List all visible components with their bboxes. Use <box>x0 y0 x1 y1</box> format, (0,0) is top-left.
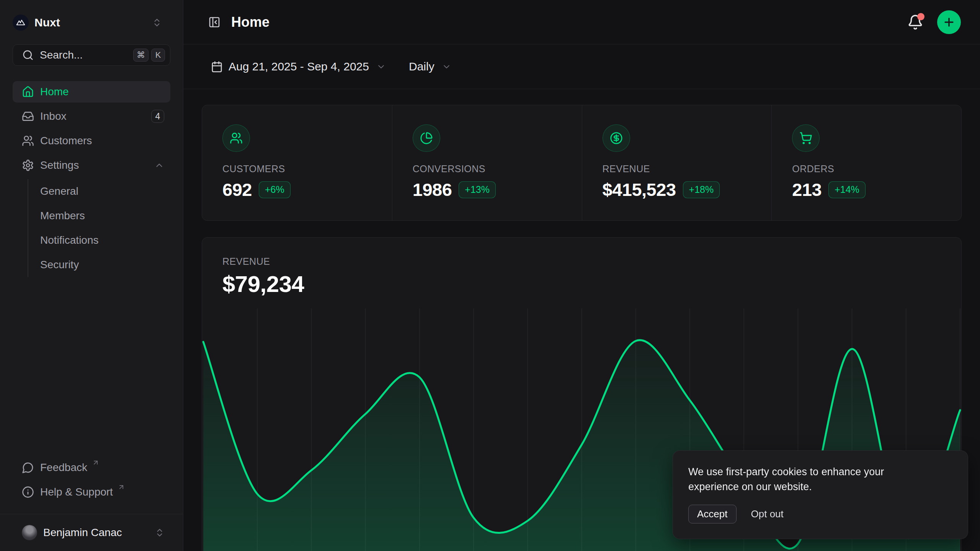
dollar-circle-icon <box>603 124 630 152</box>
external-link-icon <box>118 483 125 491</box>
sidebar-item-label: Customers <box>40 135 92 147</box>
inbox-icon <box>22 110 34 122</box>
user-name: Benjamin Canac <box>43 527 122 539</box>
settings-submenu: General Members Notifications Security <box>28 179 170 277</box>
search-icon <box>22 49 34 61</box>
cookie-banner: We use first-party cookies to enhance yo… <box>673 451 968 539</box>
sidebar-item-notifications[interactable]: Notifications <box>40 228 170 253</box>
stat-value: $415,523 <box>603 179 676 200</box>
sidebar-item-customers[interactable]: Customers <box>13 130 170 152</box>
pie-chart-icon <box>413 124 440 152</box>
page-header: Home <box>183 0 980 44</box>
sidebar-item-security[interactable]: Security <box>40 253 170 277</box>
info-icon <box>22 486 34 498</box>
granularity-value: Daily <box>409 60 434 73</box>
add-button[interactable] <box>937 10 961 34</box>
sidebar-item-label: Settings <box>40 159 79 171</box>
revenue-chart-total: $79,234 <box>222 271 961 297</box>
stat-label: CUSTOMERS <box>222 163 392 174</box>
search-input[interactable]: Search... ⌘ K <box>13 44 170 66</box>
nuxt-logo-icon <box>13 15 29 31</box>
filters-toolbar: Aug 21, 2025 - Sep 4, 2025 Daily <box>183 44 980 89</box>
plus-icon <box>942 16 956 29</box>
stat-delta-badge: +6% <box>259 181 291 198</box>
kbd-cmd: ⌘ <box>133 49 149 62</box>
kbd-k: K <box>151 49 165 62</box>
stat-label: CONVERSIONS <box>413 163 582 174</box>
users-icon <box>22 135 34 147</box>
cookie-accept-button[interactable]: Accept <box>688 505 737 523</box>
feedback-link[interactable]: Feedback <box>13 457 170 478</box>
stat-delta-badge: +13% <box>459 181 496 198</box>
chevrons-up-down-icon <box>152 18 162 28</box>
sidebar-item-label: Inbox <box>40 110 67 122</box>
sidebar-item-home[interactable]: Home <box>13 81 170 103</box>
sidebar-item-inbox[interactable]: Inbox 4 <box>13 106 170 127</box>
search-placeholder: Search... <box>40 49 83 61</box>
chevron-down-icon <box>376 62 386 72</box>
sidebar-item-general[interactable]: General <box>40 179 170 204</box>
stat-value: 213 <box>792 179 822 200</box>
brand-name: Nuxt <box>34 16 60 29</box>
calendar-icon <box>211 61 223 73</box>
sidebar: Nuxt Search... ⌘ K Home Inbox 4 Customer… <box>0 0 183 551</box>
user-menu[interactable]: Benjamin Canac <box>0 514 183 551</box>
stat-orders[interactable]: ORDERS 213 +14% <box>771 105 961 220</box>
granularity-select[interactable]: Daily <box>409 54 461 79</box>
sidebar-item-label: Home <box>40 86 69 98</box>
gear-icon <box>22 159 34 171</box>
sidebar-footer: Feedback Help & Support <box>13 457 170 514</box>
cart-icon <box>792 124 820 152</box>
avatar <box>22 525 37 540</box>
notifications-button[interactable] <box>907 14 923 30</box>
stats-row: CUSTOMERS 692 +6% CONVERSIONS 1986 +13% <box>202 105 962 221</box>
sidebar-nav: Home Inbox 4 Customers Settings General … <box>0 81 183 457</box>
stat-label: REVENUE <box>603 163 772 174</box>
stat-value: 1986 <box>413 179 452 200</box>
team-switcher[interactable]: Nuxt <box>13 11 170 34</box>
cookie-message: We use first-party cookies to enhance yo… <box>688 465 935 494</box>
users-icon <box>222 124 250 152</box>
stat-conversions[interactable]: CONVERSIONS 1986 +13% <box>392 105 582 220</box>
panel-left-close-icon <box>208 16 220 28</box>
chevrons-up-down-icon <box>155 528 165 538</box>
chevron-down-icon <box>442 62 451 72</box>
stat-revenue[interactable]: REVENUE $415,523 +18% <box>582 105 772 220</box>
stat-delta-badge: +18% <box>683 181 720 198</box>
page-title: Home <box>231 14 270 30</box>
revenue-chart-label: REVENUE <box>222 256 961 267</box>
date-range-picker[interactable]: Aug 21, 2025 - Sep 4, 2025 <box>202 54 395 79</box>
sidebar-item-members[interactable]: Members <box>40 204 170 228</box>
help-support-link[interactable]: Help & Support <box>13 481 170 503</box>
sidebar-item-settings[interactable]: Settings <box>13 155 170 176</box>
stat-delta-badge: +14% <box>828 181 866 198</box>
stat-label: ORDERS <box>792 163 961 174</box>
chevron-up-icon <box>154 160 164 170</box>
cookie-optout-button[interactable]: Opt out <box>751 508 784 520</box>
stat-customers[interactable]: CUSTOMERS 692 +6% <box>202 105 392 220</box>
collapse-sidebar-button[interactable] <box>208 16 220 28</box>
notification-dot <box>917 13 924 20</box>
stat-value: 692 <box>222 179 252 200</box>
date-range-value: Aug 21, 2025 - Sep 4, 2025 <box>229 60 369 73</box>
chat-bubble-icon <box>22 461 34 474</box>
home-icon <box>22 86 34 98</box>
external-link-icon <box>92 459 100 466</box>
inbox-count-badge: 4 <box>151 110 164 123</box>
